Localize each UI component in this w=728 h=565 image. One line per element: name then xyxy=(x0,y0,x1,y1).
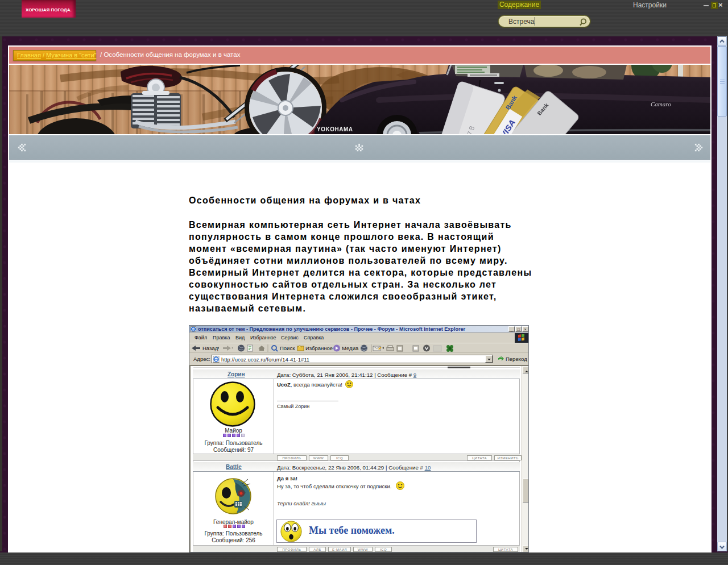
svg-text:Избранное: Избранное xyxy=(305,345,333,351)
svg-text:Медиа: Медиа xyxy=(342,345,359,351)
svg-text:YOKOHAMA: YOKOHAMA xyxy=(317,126,353,132)
svg-text:Camaro: Camaro xyxy=(651,101,671,107)
svg-text:Поиск: Поиск xyxy=(280,345,295,351)
svg-text:Назад: Назад xyxy=(202,345,218,351)
